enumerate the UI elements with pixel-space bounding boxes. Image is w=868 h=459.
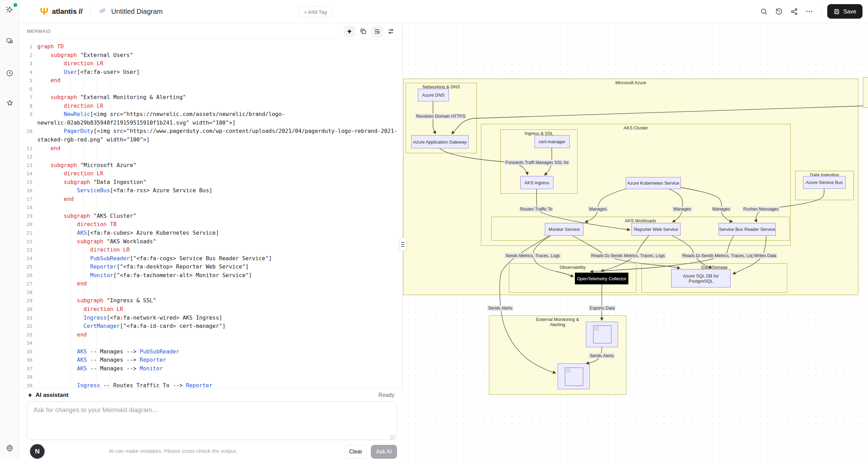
- ai-sparkle-icon[interactable]: [5, 5, 15, 14]
- add-tag-button[interactable]: + Add Tag: [299, 6, 332, 17]
- save-button[interactable]: Save: [827, 4, 862, 19]
- line-number: 5: [23, 76, 32, 85]
- line-number: 22: [23, 237, 32, 246]
- code-line: 34: [19, 339, 402, 348]
- line-number: 14: [23, 169, 32, 178]
- edge-label: Sends Alerts: [589, 353, 615, 359]
- line-number: 32: [23, 322, 32, 331]
- editor-options-button[interactable]: [385, 26, 397, 37]
- code-line: 28: [19, 288, 402, 297]
- ai-assistant-title: AI assistant: [36, 392, 68, 399]
- node-monitor-service[interactable]: Monitor Service: [545, 223, 584, 236]
- line-number: 3: [23, 59, 32, 68]
- copy-code-button[interactable]: [357, 26, 369, 37]
- edge-label: Exports Data: [589, 305, 616, 311]
- line-number: 37: [23, 364, 32, 373]
- line-number: 9: [23, 110, 32, 119]
- node-newrelic-logo[interactable]: [586, 322, 618, 347]
- code-line: 6: [19, 85, 402, 94]
- subgraph-label: AKS Workloads: [492, 218, 789, 223]
- node-aks[interactable]: Azure Kubernetes Service: [626, 177, 681, 189]
- link-icon: [98, 6, 107, 17]
- line-number: 31: [23, 314, 32, 322]
- line-number: 23: [23, 246, 32, 254]
- edge-label: Routes Traffic To: [519, 206, 553, 212]
- edge-label: Manages SSL for: [534, 160, 570, 165]
- code-line: 39 Ingress -- Routes Traffic To --> Repo…: [19, 381, 402, 388]
- line-number: 10: [23, 127, 32, 136]
- line-number: 34: [23, 339, 32, 348]
- ai-magic-button[interactable]: [344, 26, 355, 37]
- code-line: 24 PubSubReader["<fa:fa-cogs> Service Bu…: [19, 254, 402, 263]
- edge-label: Writes Data: [753, 253, 777, 258]
- line-number: 6: [23, 85, 32, 94]
- code-line: 19 subgraph "AKS Cluster": [19, 212, 402, 221]
- node-otel-collector[interactable]: OpenTelemetry Collector: [575, 273, 628, 284]
- line-number: 15: [23, 178, 32, 187]
- version-history-button[interactable]: [772, 5, 785, 18]
- app-brand[interactable]: Ψ atlantis //: [40, 6, 83, 17]
- mermaid-diagram-canvas[interactable]: Microsoft AzureNetworking & DNSAKS Clust…: [403, 23, 868, 459]
- ai-status: Ready: [378, 392, 394, 398]
- broken-image-placeholder: [565, 368, 583, 386]
- code-line: 4 User[<fa:fa-user> User]: [19, 68, 402, 77]
- topbar-divider: [821, 7, 822, 16]
- panel-resize-handle[interactable]: [399, 237, 406, 251]
- line-number: 11: [23, 144, 32, 153]
- line-number: 21: [23, 229, 32, 237]
- left-rail: [0, 0, 19, 459]
- code-line: 1graph TD: [19, 42, 402, 51]
- clear-button[interactable]: Clear: [345, 445, 367, 459]
- ai-disclaimer: AI can make mistakes. Please cross-check…: [19, 448, 327, 454]
- edge-label: Resolves Domain: [415, 114, 451, 119]
- code-line: 5 end: [19, 76, 402, 85]
- line-number: 7: [23, 93, 32, 102]
- code-line: 36 AKS -- Manages --> Reporter: [19, 356, 402, 364]
- share-button[interactable]: [788, 5, 801, 18]
- line-number: 25: [23, 263, 32, 271]
- code-line: 31 Ingress[<fa:fa-network-wired> AKS Ing…: [19, 314, 402, 322]
- node-azure-dns[interactable]: Azure DNS: [418, 89, 449, 101]
- node-reporter-web-service[interactable]: Reporter Web Service: [631, 223, 681, 236]
- favorites-star-icon[interactable]: [5, 98, 15, 108]
- node-azure-sql[interactable]: Azure SQL DB for PostgreSQL: [671, 269, 731, 287]
- topbar-divider: [90, 7, 90, 16]
- line-number: 18: [23, 203, 32, 212]
- broken-image-icon: [566, 369, 570, 372]
- line-number: 28: [23, 288, 32, 297]
- history-clock-icon[interactable]: [5, 68, 15, 78]
- code-line: 26 Monitor["<fa:fa-tachometer-alt> Monit…: [19, 271, 402, 280]
- code-line: 7 subgraph "External Monitoring & Alerti…: [19, 93, 402, 102]
- edge-label: Manages: [588, 206, 608, 212]
- line-number: 33: [23, 331, 32, 339]
- node-aks-ingress[interactable]: AKS Ingress: [520, 176, 553, 189]
- ai-prompt-input[interactable]: [27, 401, 397, 440]
- textarea-resize-handle[interactable]: [390, 435, 395, 440]
- code-line: 17 end: [19, 195, 402, 204]
- edge-label: Sends Metrics, Traces, Logs: [700, 253, 757, 258]
- search-button[interactable]: [757, 5, 770, 18]
- ask-ai-button[interactable]: Ask AI: [371, 445, 397, 459]
- node-app-gateway[interactable]: Azure Application Gateway: [411, 135, 469, 148]
- more-options-button[interactable]: [803, 5, 816, 18]
- line-number: [23, 119, 32, 127]
- settings-gear-icon[interactable]: [5, 443, 15, 453]
- node-service-bus[interactable]: Azure Service Bus: [803, 176, 846, 189]
- code-line: 3 direction LR: [19, 59, 402, 68]
- diagrams-icon[interactable]: [5, 36, 15, 46]
- node-cert-manager[interactable]: cert-manager: [534, 135, 570, 148]
- code-editor[interactable]: 1graph TD2 subgraph "External Users"3 di…: [19, 40, 402, 388]
- subgraph-label: Observability: [509, 265, 636, 270]
- line-number: 38: [23, 373, 32, 381]
- code-line: 30 direction LR: [19, 305, 402, 314]
- line-number: [23, 136, 32, 144]
- code-line: 37 AKS -- Manages --> Monitor: [19, 364, 402, 373]
- ai-diamond-icon: [28, 393, 32, 398]
- word-wrap-button[interactable]: [371, 26, 383, 37]
- line-number: 17: [23, 195, 32, 204]
- code-line: 35 AKS -- Manages --> PubSubReader: [19, 348, 402, 356]
- node-pagerduty-logo[interactable]: [558, 363, 590, 389]
- code-line: 22 subgraph "AKS Workloads": [19, 237, 402, 246]
- node-service-bus-reader-service[interactable]: Service Bus Reader Service: [718, 223, 776, 236]
- document-title[interactable]: Untitled Diagram: [111, 8, 163, 16]
